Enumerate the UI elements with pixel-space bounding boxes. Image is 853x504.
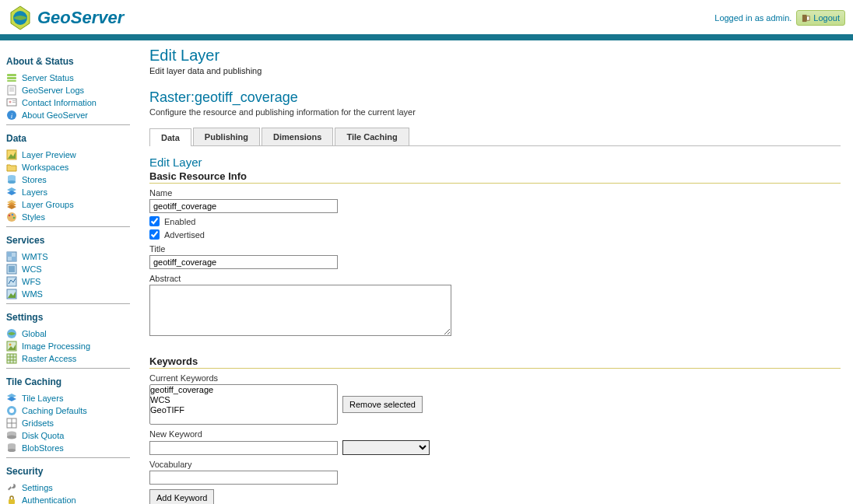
- svg-point-57: [7, 436, 16, 439]
- brand-text: GeoServer: [37, 8, 124, 28]
- server-icon: [6, 72, 17, 83]
- language-select[interactable]: [342, 440, 430, 455]
- sidebar-item-layer-groups[interactable]: Layer Groups: [6, 198, 130, 211]
- svg-rect-33: [12, 257, 16, 261]
- sidebar-item-logs[interactable]: GeoServer Logs: [6, 84, 130, 96]
- abstract-textarea[interactable]: [149, 285, 451, 336]
- svg-rect-35: [9, 266, 15, 272]
- sidebar-item-authentication[interactable]: Authentication: [6, 494, 130, 504]
- vocabulary-label: Vocabulary: [149, 460, 841, 469]
- sidebar-item-caching-defaults[interactable]: Caching Defaults: [6, 404, 130, 417]
- teal-strip: [0, 34, 853, 40]
- sidebar-item-global[interactable]: Global: [6, 327, 130, 340]
- folder-icon: [6, 162, 17, 173]
- section-heading: Edit Layer: [149, 156, 841, 169]
- svg-rect-5: [7, 77, 16, 79]
- sidebar-heading-services: Services: [6, 235, 130, 247]
- disk-icon: [6, 430, 17, 441]
- keyword-option[interactable]: WCS: [150, 395, 337, 405]
- tabs: Data Publishing Dimensions Tile Caching: [149, 128, 841, 146]
- sidebar-item-server-status[interactable]: Server Status: [6, 72, 130, 84]
- wfs-icon: [6, 276, 17, 287]
- vocabulary-input[interactable]: [149, 471, 338, 485]
- svg-rect-61: [9, 499, 15, 504]
- keyword-option[interactable]: GeoTIFF: [150, 405, 337, 415]
- sidebar-item-layer-preview[interactable]: Layer Preview: [6, 149, 130, 161]
- advertised-label: Advertised: [164, 230, 205, 240]
- svg-rect-4: [7, 74, 16, 76]
- blobstore-icon: [6, 443, 17, 453]
- svg-rect-2: [802, 14, 807, 21]
- sidebar-item-contact[interactable]: Contact Information: [6, 96, 130, 109]
- wrench-icon: [6, 482, 17, 493]
- enabled-label: Enabled: [164, 217, 195, 226]
- sidebar-item-layers[interactable]: Layers: [6, 186, 130, 198]
- remove-selected-button[interactable]: Remove selected: [342, 396, 423, 413]
- keyword-option[interactable]: geotiff_coverage: [150, 385, 337, 395]
- keywords-select[interactable]: geotiff_coverage WCS GeoTIFF: [149, 384, 338, 425]
- svg-rect-32: [7, 252, 12, 257]
- logout-button[interactable]: Logout: [796, 10, 845, 26]
- wms-icon: [6, 289, 17, 299]
- svg-rect-3: [807, 16, 810, 20]
- raster-icon: [6, 353, 17, 364]
- sidebar-heading-settings: Settings: [6, 312, 130, 324]
- name-input[interactable]: [149, 199, 338, 213]
- sidebar-item-disk-quota[interactable]: Disk Quota: [6, 429, 130, 442]
- caching-defaults-icon: [6, 405, 17, 416]
- login-area: Logged in as admin. Logout: [714, 10, 845, 26]
- svg-point-29: [12, 214, 14, 216]
- sidebar-item-blobstores[interactable]: BlobStores: [6, 442, 130, 454]
- sidebar-item-wcs[interactable]: WCS: [6, 263, 130, 275]
- svg-point-51: [9, 408, 14, 413]
- wmts-icon: [6, 251, 17, 262]
- title-label: Title: [149, 244, 841, 254]
- main: Edit Layer Edit layer data and publishin…: [137, 40, 853, 504]
- tab-tile-caching[interactable]: Tile Caching: [335, 128, 409, 145]
- svg-point-60: [8, 449, 16, 452]
- sidebar-item-raster-access[interactable]: Raster Access: [6, 352, 130, 365]
- logged-in-text: Logged in as admin.: [714, 13, 792, 23]
- title-input[interactable]: [149, 255, 338, 269]
- tab-publishing[interactable]: Publishing: [193, 128, 260, 145]
- enabled-checkbox[interactable]: [149, 216, 160, 226]
- lock-icon: [6, 495, 17, 504]
- sidebar-item-gridsets[interactable]: Gridsets: [6, 417, 130, 429]
- sidebar-item-workspaces[interactable]: Workspaces: [6, 161, 130, 173]
- sidebar-item-stores[interactable]: Stores: [6, 173, 130, 186]
- tile-layers-icon: [6, 393, 17, 404]
- tab-dimensions[interactable]: Dimensions: [262, 128, 333, 145]
- styles-icon: [6, 212, 17, 222]
- layers-icon: [6, 187, 17, 198]
- info-icon: i: [6, 110, 17, 121]
- basic-info-heading: Basic Resource Info: [149, 170, 841, 184]
- svg-rect-14: [12, 102, 16, 103]
- svg-rect-36: [7, 277, 16, 286]
- name-label: Name: [149, 188, 841, 198]
- sidebar-item-tile-layers[interactable]: Tile Layers: [6, 392, 130, 404]
- add-keyword-button[interactable]: Add Keyword: [149, 489, 214, 504]
- svg-point-28: [9, 215, 11, 217]
- svg-marker-49: [7, 397, 16, 401]
- sidebar-item-about[interactable]: iAbout GeoServer: [6, 109, 130, 121]
- logo[interactable]: GeoServer: [8, 5, 124, 30]
- sidebar-item-wms[interactable]: WMS: [6, 288, 130, 300]
- wcs-icon: [6, 264, 17, 275]
- globe-icon: [6, 328, 17, 339]
- svg-point-30: [13, 217, 16, 219]
- svg-rect-6: [7, 80, 16, 82]
- abstract-label: Abstract: [149, 274, 841, 283]
- tab-data[interactable]: Data: [149, 128, 191, 146]
- svg-rect-7: [8, 86, 16, 95]
- advertised-checkbox[interactable]: [149, 229, 160, 240]
- svg-rect-13: [12, 100, 16, 101]
- sidebar-item-wfs[interactable]: WFS: [6, 275, 130, 288]
- resource-desc: Configure the resource and publishing in…: [149, 107, 841, 117]
- sidebar-item-sec-settings[interactable]: Settings: [6, 481, 130, 494]
- sidebar-item-wmts[interactable]: WMTS: [6, 250, 130, 263]
- new-keyword-input[interactable]: [149, 441, 338, 455]
- image-proc-icon: [6, 341, 17, 352]
- stores-icon: [6, 174, 17, 185]
- sidebar-item-styles[interactable]: Styles: [6, 211, 130, 223]
- sidebar-item-image-processing[interactable]: Image Processing: [6, 340, 130, 352]
